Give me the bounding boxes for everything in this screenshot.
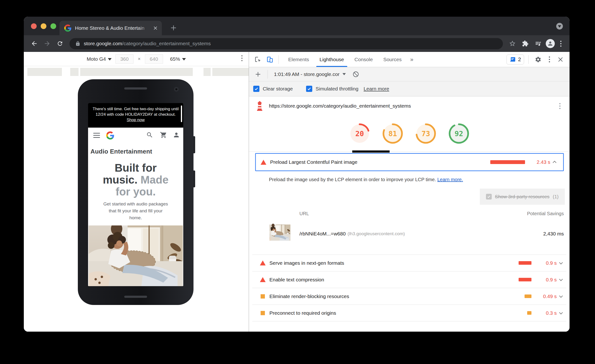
profile-avatar[interactable]	[546, 39, 555, 48]
tab-close-icon[interactable]	[153, 25, 158, 31]
phone-volume-button	[193, 136, 195, 153]
devtools-menu-button[interactable]	[546, 57, 553, 62]
tab-elements[interactable]: Elements	[283, 52, 314, 67]
audit-learn-more-link[interactable]: Learn more.	[437, 177, 463, 182]
chevron-down-icon	[558, 310, 564, 316]
best-practices-score-gauge[interactable]: 73	[416, 123, 436, 144]
device-toolbar-menu-button[interactable]	[238, 55, 245, 61]
audit-row-render-blocking[interactable]: Eliminate render-blocking resources 0.49…	[252, 288, 566, 305]
audit-row-text-compression[interactable]: Enable text compression 0.9 s	[252, 271, 566, 288]
shop-now-link[interactable]: Shop now	[127, 118, 145, 122]
third-party-label[interactable]: Show 3rd-party resources	[495, 194, 550, 200]
accessibility-score-gauge[interactable]: 81	[382, 123, 403, 144]
expand-audit-button[interactable]	[557, 277, 565, 283]
window-dropdown-button[interactable]	[556, 23, 563, 29]
tab-console[interactable]: Console	[349, 52, 378, 67]
account-icon[interactable]	[173, 131, 180, 139]
throttling-learn-more-link[interactable]: Learn more	[364, 86, 389, 92]
settings-button[interactable]	[533, 54, 543, 65]
horizontal-scrollbar-thumb[interactable]	[352, 150, 390, 153]
extensions-button[interactable]	[520, 38, 531, 49]
issues-button[interactable]: 2	[506, 55, 524, 64]
plus-icon	[255, 71, 261, 77]
expand-audit-button[interactable]	[557, 293, 565, 299]
audit-title: Serve images in next-gen formats	[269, 260, 496, 266]
emulated-page: There's still time. Get free two-day shi…	[88, 103, 183, 286]
hamburger-menu-icon[interactable]	[93, 133, 100, 138]
cart-icon[interactable]	[160, 131, 167, 139]
third-party-checkbox[interactable]	[486, 194, 492, 200]
address-bar[interactable]: store.google.com/category/audio_entertai…	[70, 38, 503, 49]
category-title: Audio Entertainment	[91, 148, 183, 155]
page-scrollbar[interactable]	[181, 106, 182, 122]
browser-tab[interactable]: Home Stereo & Audio Entertain	[59, 21, 162, 35]
chevron-down-icon	[558, 293, 564, 299]
savings-bar	[524, 294, 531, 298]
resource-url: /rbNNiE4oM...=w680	[299, 231, 346, 237]
audit-row-preload-lcp[interactable]: Preload Largest Contentful Paint image 2…	[255, 153, 564, 171]
device-toolbar-icon	[266, 56, 273, 63]
audit-row-preconnect[interactable]: Preconnect to required origins 0.3 s	[252, 305, 566, 321]
audit-table-row: /rbNNiE4oM...=w680 (lh3.googleuserconten…	[249, 219, 570, 248]
savings-value: 0.49 s	[536, 293, 557, 299]
reload-button[interactable]	[55, 38, 65, 49]
score-gauges-row: 20 81 73	[249, 115, 570, 152]
new-report-button[interactable]	[253, 69, 263, 79]
clear-storage-label[interactable]: Clear storage	[263, 86, 293, 92]
block-icon	[353, 71, 359, 78]
zoom-select[interactable]: 65%	[170, 56, 186, 62]
viewport-width-input[interactable]	[115, 54, 134, 64]
performance-score-gauge[interactable]: 20	[349, 123, 370, 144]
device-select[interactable]: Moto G4	[87, 56, 112, 62]
check-icon	[307, 87, 311, 91]
inspect-element-button[interactable]	[253, 54, 263, 65]
audit-row-next-gen-formats[interactable]: Serve images in next-gen formats 0.9 s	[252, 255, 566, 271]
resource-savings: 2,430 ms	[543, 231, 564, 237]
expand-audit-button[interactable]	[557, 310, 565, 316]
dimensions-separator: ×	[138, 56, 141, 62]
lighthouse-toolbar: 1:01:49 AM - store.google.cor	[249, 67, 570, 81]
viewport-height-input[interactable]	[145, 54, 163, 64]
more-tabs-button[interactable]: »	[407, 52, 417, 67]
search-icon[interactable]	[146, 131, 153, 139]
devtools-pane: Elements Lighthouse Console Sources » 2	[249, 52, 570, 332]
back-button[interactable]	[29, 38, 40, 49]
zoom-window-button[interactable]	[50, 23, 56, 29]
person-icon	[547, 41, 553, 47]
hero-subtext: Get started with audio packages that fit…	[102, 200, 169, 221]
audit-table-header: URL Potential Savings	[249, 211, 570, 216]
clear-storage-checkbox[interactable]	[253, 86, 259, 92]
browser-menu-button[interactable]	[557, 41, 564, 47]
minimize-window-button[interactable]	[41, 23, 46, 29]
device-emulation-pane: Moto G4 × 65%	[24, 52, 249, 332]
audit-title: Enable text compression	[269, 277, 496, 283]
simulated-throttling-label[interactable]: Simulated throttling	[316, 86, 358, 92]
back-arrow-icon	[31, 40, 38, 47]
report-url-row: https://store.google.com/category/audio_…	[249, 96, 570, 115]
report-options-button[interactable]	[556, 103, 563, 109]
media-controls-button[interactable]	[533, 38, 543, 49]
report-selector[interactable]: 1:01:49 AM - store.google.cor	[274, 71, 346, 77]
toggle-device-toolbar-button[interactable]	[265, 54, 275, 65]
media-query-ruler[interactable]	[24, 66, 249, 77]
svg-text:92: 92	[454, 129, 463, 138]
svg-text:73: 73	[421, 129, 430, 138]
tab-sources[interactable]: Sources	[378, 52, 407, 67]
seo-score-gauge[interactable]: 92	[449, 123, 469, 144]
devtools-tabbar: Elements Lighthouse Console Sources » 2	[249, 52, 570, 67]
clear-reports-button[interactable]	[351, 69, 361, 79]
lighthouse-icon	[255, 101, 264, 111]
close-window-button[interactable]	[31, 23, 37, 29]
tab-lighthouse[interactable]: Lighthouse	[314, 52, 349, 67]
lcp-image-thumbnail	[269, 219, 294, 248]
moto-g4-phone-frame: There's still time. Get free two-day shi…	[78, 79, 193, 305]
expand-audit-button[interactable]	[557, 260, 565, 266]
simulated-throttling-checkbox[interactable]	[306, 86, 312, 92]
google-logo-icon[interactable]	[106, 131, 114, 140]
close-devtools-button[interactable]	[555, 54, 566, 65]
collapse-audit-button[interactable]	[550, 159, 559, 165]
forward-button[interactable]	[42, 38, 52, 49]
new-tab-button[interactable]	[170, 24, 177, 32]
inspect-cursor-icon	[255, 56, 262, 63]
bookmark-button[interactable]	[507, 38, 518, 49]
